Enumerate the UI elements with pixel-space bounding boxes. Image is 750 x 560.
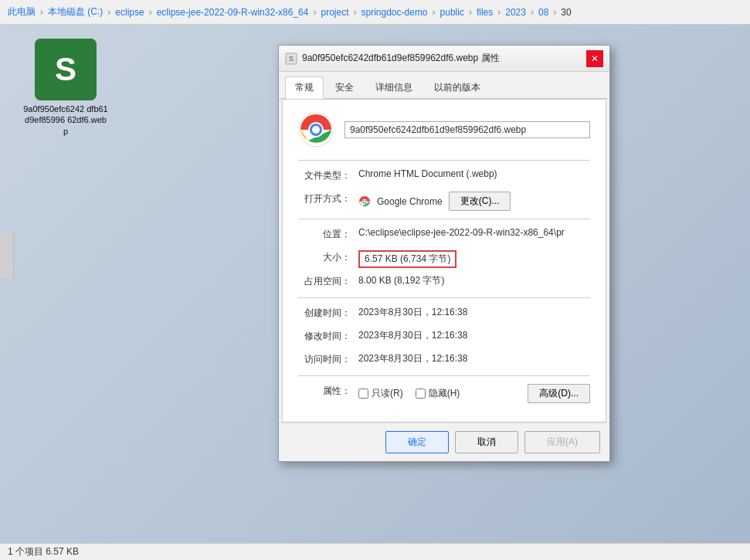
breadcrumb-item-c[interactable]: 本地磁盘 (C:) bbox=[48, 5, 103, 19]
readonly-checkbox[interactable] bbox=[358, 389, 368, 399]
breadcrumb-item-springdoc[interactable]: springdoc-demo bbox=[361, 7, 428, 18]
dialog-tabs: 常规 安全 详细信息 以前的版本 bbox=[279, 72, 609, 99]
prop-value-filetype: Chrome HTML Document (.webp) bbox=[358, 168, 590, 179]
breadcrumb-sep-5: › bbox=[433, 7, 436, 18]
dialog-title-text: 9a0f950efc6242dfb61d9ef859962df6.webp 属性 bbox=[302, 52, 500, 65]
prop-label-modified: 修改时间： bbox=[298, 329, 358, 343]
divider-1 bbox=[298, 160, 590, 161]
left-panel-scroll bbox=[0, 232, 14, 278]
tab-details[interactable]: 详细信息 bbox=[365, 76, 423, 98]
accessed-text: 2023年8月30日，12:16:38 bbox=[358, 352, 467, 365]
file-icon[interactable]: S 9a0f950efc6242 dfb61d9ef85996 62df6.we… bbox=[23, 39, 108, 137]
prop-row-openwith: 打开方式： Google Chrome 更改(C)... bbox=[298, 192, 590, 211]
readonly-label: 只读(R) bbox=[372, 387, 403, 400]
breadcrumb-item-pc[interactable]: 此电脑 bbox=[8, 5, 36, 19]
prop-value-sizeondisk: 8.00 KB (8,192 字节) bbox=[358, 274, 590, 287]
modified-text: 2023年8月30日，12:16:38 bbox=[358, 329, 467, 342]
prop-label-location: 位置： bbox=[298, 227, 358, 241]
breadcrumb-item-project[interactable]: project bbox=[321, 7, 348, 18]
cancel-button[interactable]: 取消 bbox=[455, 431, 518, 453]
tab-security[interactable]: 安全 bbox=[325, 76, 364, 98]
location-text: C:\eclipse\eclipse-jee-2022-09-R-win32-x… bbox=[358, 227, 565, 238]
size-highlighted: 6.57 KB (6,734 字节) bbox=[358, 250, 456, 268]
breadcrumb-item-eclipse-jee[interactable]: eclipse-jee-2022-09-R-win32-x86_64 bbox=[157, 7, 309, 18]
hidden-checkbox[interactable] bbox=[416, 389, 426, 399]
desktop: 此电脑 › 本地磁盘 (C:) › eclipse › eclipse-jee-… bbox=[0, 0, 750, 560]
svg-text:S: S bbox=[55, 51, 76, 87]
chrome-icon-large bbox=[298, 112, 334, 148]
s-file-icon-svg: S bbox=[35, 39, 97, 100]
prop-label-size: 大小： bbox=[298, 250, 358, 264]
prop-label-filetype: 文件类型： bbox=[298, 168, 358, 182]
filename-input[interactable] bbox=[344, 121, 590, 138]
checkbox-readonly[interactable]: 只读(R) bbox=[358, 387, 403, 400]
breadcrumb: 此电脑 › 本地磁盘 (C:) › eclipse › eclipse-jee-… bbox=[0, 0, 750, 25]
prop-value-size: 6.57 KB (6,734 字节) bbox=[358, 250, 590, 268]
dialog-footer: 确定 取消 应用(A) bbox=[279, 423, 609, 461]
divider-4 bbox=[298, 375, 590, 376]
prop-label-attributes: 属性： bbox=[298, 384, 358, 398]
svg-point-12 bbox=[363, 200, 366, 203]
breadcrumb-item-08[interactable]: 08 bbox=[538, 7, 548, 18]
file-icon-label: 9a0f950efc6242 dfb61d9ef85996 62df6.webp bbox=[23, 104, 108, 137]
breadcrumb-sep-7: › bbox=[497, 7, 501, 18]
svg-point-8 bbox=[312, 126, 320, 134]
attr-row: 只读(R) 隐藏(H) 高级(D)... bbox=[358, 384, 590, 403]
prop-label-openwith: 打开方式： bbox=[298, 192, 358, 205]
prop-row-created: 创建时间： 2023年8月30日，12:16:38 bbox=[298, 306, 590, 323]
dialog-title-left: S 9a0f950efc6242dfb61d9ef859962df6.webp … bbox=[285, 52, 500, 65]
properties-dialog: S 9a0f950efc6242dfb61d9ef859962df6.webp … bbox=[278, 45, 610, 462]
status-bar: 1 个项目 6.57 KB bbox=[0, 543, 750, 560]
breadcrumb-item-public[interactable]: public bbox=[440, 7, 464, 18]
prop-row-size: 大小： 6.57 KB (6,734 字节) bbox=[298, 250, 590, 268]
change-app-button[interactable]: 更改(C)... bbox=[449, 192, 511, 211]
advanced-button[interactable]: 高级(D)... bbox=[528, 384, 590, 403]
prop-row-filetype: 文件类型： Chrome HTML Document (.webp) bbox=[298, 168, 590, 185]
prop-row-modified: 修改时间： 2023年8月30日，12:16:38 bbox=[298, 329, 590, 346]
created-text: 2023年8月30日，12:16:38 bbox=[358, 306, 467, 319]
prop-label-created: 创建时间： bbox=[298, 306, 358, 320]
divider-3 bbox=[298, 297, 590, 298]
svg-text:S: S bbox=[289, 55, 294, 63]
ok-button[interactable]: 确定 bbox=[385, 431, 449, 453]
divider-2 bbox=[298, 219, 590, 219]
breadcrumb-item-2023[interactable]: 2023 bbox=[505, 7, 526, 18]
prop-row-location: 位置： C:\eclipse\eclipse-jee-2022-09-R-win… bbox=[298, 227, 590, 244]
openwith-text: Google Chrome bbox=[377, 196, 443, 207]
apply-button[interactable]: 应用(A) bbox=[524, 431, 600, 453]
prop-row-accessed: 访问时间： 2023年8月30日，12:16:38 bbox=[298, 352, 590, 369]
prop-value-location: C:\eclipse\eclipse-jee-2022-09-R-win32-x… bbox=[358, 227, 590, 238]
breadcrumb-sep-8: › bbox=[531, 7, 534, 18]
breadcrumb-item-30: 30 bbox=[561, 7, 571, 18]
breadcrumb-sep-1: › bbox=[107, 7, 110, 18]
checkbox-hidden[interactable]: 隐藏(H) bbox=[416, 387, 460, 400]
prop-value-attributes: 只读(R) 隐藏(H) 高级(D)... bbox=[358, 384, 590, 403]
file-name-section bbox=[298, 112, 590, 148]
tab-previous-versions[interactable]: 以前的版本 bbox=[424, 76, 490, 98]
tab-general[interactable]: 常规 bbox=[285, 76, 324, 99]
breadcrumb-sep-2: › bbox=[149, 7, 152, 18]
chrome-small-icon bbox=[358, 195, 371, 208]
breadcrumb-sep-6: › bbox=[469, 7, 472, 18]
prop-value-accessed: 2023年8月30日，12:16:38 bbox=[358, 352, 590, 365]
dialog-titlebar: S 9a0f950efc6242dfb61d9ef859962df6.webp … bbox=[279, 46, 609, 72]
dialog-close-button[interactable]: ✕ bbox=[586, 50, 603, 67]
dialog-title-icon: S bbox=[285, 53, 297, 65]
filetype-text: Chrome HTML Document (.webp) bbox=[358, 168, 497, 179]
prop-value-openwith: Google Chrome 更改(C)... bbox=[358, 192, 590, 211]
prop-label-sizeondisk: 占用空间： bbox=[298, 274, 358, 288]
prop-row-attributes: 属性： 只读(R) 隐藏(H) 高级(D)... bbox=[298, 384, 590, 403]
breadcrumb-item-eclipse[interactable]: eclipse bbox=[115, 7, 144, 18]
breadcrumb-sep-4: › bbox=[354, 7, 357, 18]
prop-label-accessed: 访问时间： bbox=[298, 352, 358, 366]
breadcrumb-sep-0: › bbox=[40, 7, 43, 18]
prop-value-modified: 2023年8月30日，12:16:38 bbox=[358, 329, 590, 342]
prop-row-sizeondisk: 占用空间： 8.00 KB (8,192 字节) bbox=[298, 274, 590, 291]
sizeondisk-text: 8.00 KB (8,192 字节) bbox=[358, 274, 444, 287]
hidden-label: 隐藏(H) bbox=[429, 387, 460, 400]
dialog-body: 文件类型： Chrome HTML Document (.webp) 打开方式： bbox=[282, 99, 606, 423]
breadcrumb-item-files[interactable]: files bbox=[477, 7, 493, 18]
file-icon-image: S bbox=[35, 39, 97, 100]
breadcrumb-sep-9: › bbox=[553, 7, 556, 18]
prop-value-created: 2023年8月30日，12:16:38 bbox=[358, 306, 590, 319]
